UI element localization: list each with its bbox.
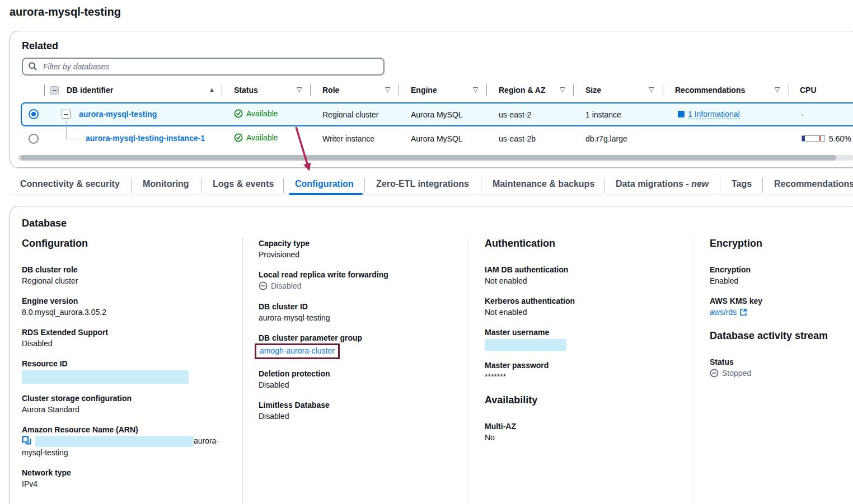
field-network-type: Network type IPv4	[22, 467, 235, 489]
field-resource-id: Resource ID	[22, 358, 235, 384]
field-limitless-database: Limitless Database Disabled	[259, 399, 460, 422]
select-all-checkbox[interactable]	[50, 86, 59, 95]
field-master-username: Master username	[485, 327, 686, 351]
related-heading: Related	[22, 40, 58, 52]
tree-connector	[66, 121, 67, 139]
filter-region-icon[interactable]: ▽	[560, 86, 565, 93]
disabled-circle-icon	[259, 281, 268, 290]
redacted-master-username	[485, 339, 566, 351]
field-local-read-replica-write-forwarding: Local read replica write forwarding Disa…	[259, 269, 460, 292]
field-arn: Amazon Resource Name (ARN) aurora- mysql…	[22, 424, 235, 458]
tab-maintenance-backups[interactable]: Maintenance & backups	[493, 179, 594, 189]
filter-role-icon[interactable]: ▽	[385, 86, 390, 93]
database-heading: Database	[22, 218, 67, 229]
column-header-engine[interactable]: Engine	[411, 86, 437, 95]
region-cell: us-east-2	[499, 110, 531, 119]
tab-logs-events[interactable]: Logs & events	[213, 179, 274, 189]
tree-connector	[66, 139, 79, 139]
cpu-cell: -	[801, 110, 804, 119]
filter-size-icon[interactable]: ▽	[649, 86, 654, 93]
size-cell: db.r7g.large	[585, 134, 627, 143]
column-header-cpu[interactable]: CPU	[800, 86, 817, 95]
redacted-resource-id	[22, 370, 189, 384]
authentication-section-heading: Authentication	[485, 238, 686, 249]
sort-ascending-icon[interactable]: ▲	[209, 86, 215, 93]
scrollbar-thumb[interactable]	[20, 155, 836, 161]
field-master-password: Master password *******	[485, 360, 686, 382]
field-cluster-storage-configuration: Cluster storage configuration Aurora Sta…	[22, 393, 235, 415]
column-header-size[interactable]: Size	[585, 86, 601, 95]
copy-icon[interactable]	[22, 436, 31, 445]
field-capacity-type: Capacity type Provisioned	[259, 238, 460, 260]
row-instance-radio[interactable]	[29, 134, 39, 144]
configuration-section-heading: Configuration	[22, 238, 235, 249]
stopped-circle-icon	[710, 369, 719, 378]
cpu-meter	[802, 135, 825, 142]
informational-square-icon	[678, 111, 685, 117]
database-activity-stream-heading: Database activity stream	[710, 330, 853, 342]
recommendations-cell: 1 Informational	[678, 110, 740, 119]
check-circle-icon	[234, 109, 243, 118]
tab-recommendations[interactable]: Recommendations	[774, 179, 853, 189]
field-encryption: Encryption Enabled	[710, 264, 853, 286]
size-cell: 1 instance	[585, 110, 621, 119]
tabs-divider-line	[10, 195, 853, 195]
engine-cell: Aurora MySQL	[411, 134, 463, 143]
filter-engine-icon[interactable]: ▽	[473, 86, 478, 93]
field-multi-az: Multi-AZ No	[485, 421, 686, 443]
field-rds-extended-support: RDS Extended Support Disabled	[22, 327, 235, 349]
field-iam-db-authentication: IAM DB authentication Not enabled	[485, 264, 686, 286]
field-db-cluster-id: DB cluster ID aurora-mysql-testing	[259, 301, 460, 323]
redacted-arn	[35, 436, 194, 447]
page-title: aurora-mysql-testing	[10, 6, 121, 18]
availability-section-heading: Availability	[485, 394, 686, 406]
role-cell: Writer instance	[322, 134, 374, 143]
tab-data-migrations[interactable]: Data migrations - new	[616, 179, 709, 189]
filter-databases-field	[22, 58, 385, 76]
tab-connectivity-security[interactable]: Connectivity & security	[20, 179, 120, 189]
tab-configuration[interactable]: Configuration	[295, 179, 354, 189]
parameter-group-link[interactable]: amogh-aurora-cluster	[260, 346, 335, 355]
check-circle-icon	[234, 133, 243, 142]
external-link-icon	[739, 308, 747, 316]
filter-recommendations-icon[interactable]: ▽	[775, 86, 780, 93]
column-header-status[interactable]: Status	[234, 86, 258, 95]
search-icon	[28, 62, 38, 71]
column-header-role[interactable]: Role	[322, 86, 339, 95]
collapse-toggle-icon[interactable]	[62, 110, 71, 119]
field-engine-version: Engine version 8.0.mysql_aurora.3.05.2	[22, 295, 235, 318]
configuration-column: Configuration DB cluster role Regional c…	[22, 238, 235, 498]
status-cell: Available	[234, 133, 278, 142]
engine-cell: Aurora MySQL	[411, 110, 463, 119]
column-header-region-az[interactable]: Region & AZ	[499, 86, 545, 95]
related-panel: Related DB identifier ▲ Status ▽ Role ▽ …	[10, 31, 853, 168]
column-header-db-identifier[interactable]: DB identifier	[67, 86, 113, 95]
field-activity-stream-status: Status Stopped	[710, 356, 853, 379]
row-cluster-radio[interactable]	[29, 109, 39, 119]
header-divider	[44, 84, 45, 96]
column-header-recommendations[interactable]: Recommendations	[675, 86, 745, 95]
tab-monitoring[interactable]: Monitoring	[143, 179, 189, 189]
horizontal-scrollbar	[17, 155, 853, 161]
tab-zero-etl-integrations[interactable]: Zero-ETL integrations	[376, 179, 469, 189]
informational-link[interactable]: 1 Informational	[688, 110, 740, 119]
filter-status-icon[interactable]: ▽	[297, 86, 302, 93]
tab-tags[interactable]: Tags	[732, 179, 752, 189]
field-kerberos-authentication: Kerberos authentication Not enabled	[485, 295, 686, 318]
field-deletion-protection: Deletion protection Disabled	[259, 368, 460, 390]
db-link-instance[interactable]: aurora-mysql-testing-instance-1	[86, 134, 205, 143]
annotation-box: amogh-aurora-cluster	[255, 343, 340, 359]
cpu-cell: 5.60%	[829, 134, 851, 143]
role-cell: Regional cluster	[322, 110, 378, 119]
field-aws-kms-key: AWS KMS key aws/rds	[710, 295, 853, 318]
active-tab-underline	[289, 193, 363, 195]
field-db-cluster-parameter-group: DB cluster parameter group amogh-aurora-…	[259, 332, 460, 359]
authentication-column: Authentication IAM DB authentication Not…	[485, 238, 686, 452]
configuration-column-2: Capacity type Provisioned Local read rep…	[259, 238, 460, 431]
kms-key-link[interactable]: aws/rds	[710, 307, 747, 318]
filter-databases-input[interactable]	[22, 58, 385, 76]
db-link-cluster[interactable]: aurora-mysql-testing	[79, 110, 157, 119]
region-cell: us-east-2b	[499, 134, 536, 143]
status-cell: Available	[234, 109, 278, 118]
database-panel: Database Configuration DB cluster role R…	[10, 206, 853, 504]
